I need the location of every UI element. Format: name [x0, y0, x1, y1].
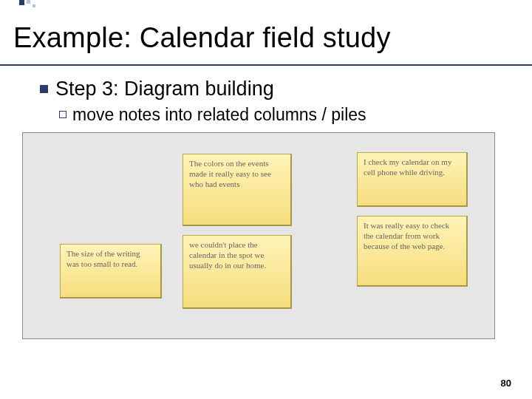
slide-title: Example: Calendar field study [0, 13, 532, 57]
title-underline [0, 57, 532, 66]
sticky-note: The colors on the events made it really … [183, 154, 292, 226]
bullet-level-1: Step 3: Diagram building [40, 78, 502, 100]
sticky-note: The size of the writing was too small to… [60, 244, 162, 299]
bullet-level-2: move notes into related columns / piles [59, 105, 502, 125]
sticky-note: we couldn't place the calendar in the sp… [183, 235, 292, 309]
sticky-note: It was really easy to check the calendar… [357, 216, 468, 287]
bullet-2-text: move notes into related columns / piles [72, 105, 366, 125]
slide-body: Step 3: Diagram building move notes into… [0, 66, 532, 125]
hollow-square-bullet-icon [59, 111, 66, 118]
bullet-1-text: Step 3: Diagram building [55, 78, 274, 100]
decorative-header-dots [0, 0, 532, 13]
sticky-note: I check my calendar on my cell phone whi… [357, 152, 468, 207]
page-number: 80 [501, 378, 511, 389]
square-bullet-icon [40, 85, 48, 93]
affinity-board: The size of the writing was too small to… [22, 132, 495, 339]
